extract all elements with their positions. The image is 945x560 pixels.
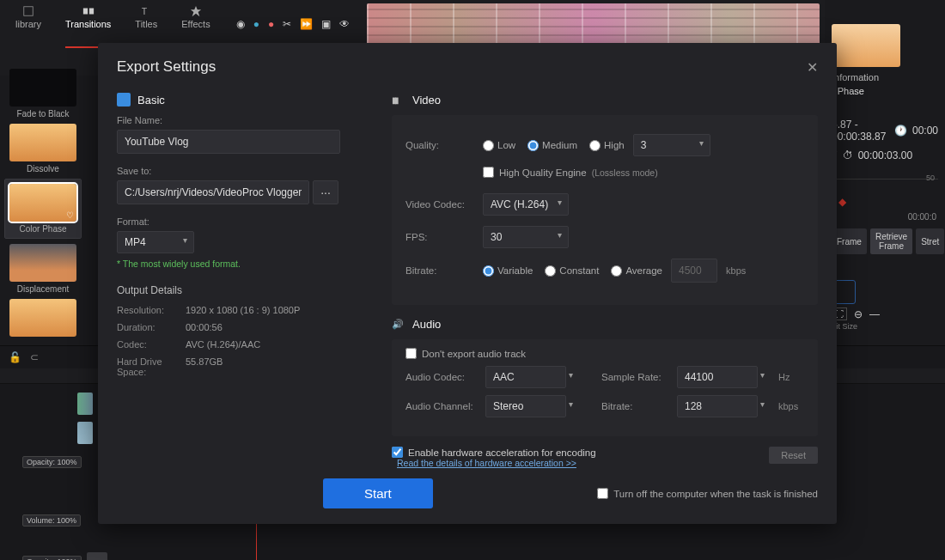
magnet-icon[interactable]: ⊂ — [30, 351, 39, 363]
basic-icon — [117, 93, 131, 107]
transition-item[interactable] — [9, 299, 77, 337]
format-label: Format: — [117, 216, 366, 227]
bitrate-constant[interactable]: Constant — [545, 265, 599, 277]
video-icon — [392, 93, 405, 107]
reset-button[interactable]: Reset — [769, 447, 818, 464]
hd-v: 55.87GB — [186, 356, 223, 377]
abitrate-label: Bitrate: — [601, 401, 670, 411]
transition-color-phase[interactable]: ♡Color Phase — [4, 179, 82, 239]
output-details-heading: Output Details — [117, 284, 366, 296]
samplerate-label: Sample Rate: — [601, 372, 670, 382]
start-button[interactable]: Start — [323, 478, 433, 508]
svg-marker-4 — [191, 6, 201, 16]
dur-v: 00:00:56 — [186, 322, 223, 332]
opacity-badge-2[interactable]: Opacity: 100% — [22, 556, 82, 560]
quality-label: Quality: — [405, 140, 474, 150]
marker3-icon[interactable]: ● — [268, 18, 274, 30]
kbps-unit-2: kbps — [778, 401, 804, 411]
browse-button[interactable]: ··· — [313, 180, 338, 204]
clock-icon: 🕐 — [894, 125, 907, 137]
svg-rect-0 — [24, 7, 34, 16]
audio-heading: Audio — [412, 318, 441, 331]
slider-icon[interactable]: — — [869, 308, 880, 320]
quality-medium[interactable]: Medium — [527, 140, 577, 151]
close-icon[interactable]: ✕ — [807, 59, 818, 76]
hw-accel-checkbox[interactable] — [392, 447, 403, 458]
tab-transitions[interactable]: Transitions — [65, 5, 111, 48]
hqe-checkbox[interactable] — [483, 167, 494, 178]
crop-icon[interactable]: ▣ — [321, 18, 331, 30]
vcodec-label: Video Codec: — [405, 199, 474, 210]
tab-effects-label: Effects — [181, 19, 210, 29]
keyframe-diamond-icon[interactable]: ◆ — [838, 196, 846, 208]
hqe-label: High Quality Engine — [499, 167, 587, 178]
turnoff-checkbox[interactable] — [597, 488, 608, 499]
heart-icon: ♡ — [66, 210, 74, 220]
volume-badge[interactable]: Volume: 100% — [22, 514, 81, 527]
video-clip-2[interactable] — [77, 422, 93, 444]
tab-effects[interactable]: Effects — [181, 5, 210, 48]
cut-icon[interactable]: ✂ — [283, 18, 291, 30]
info-heading: Information — [832, 72, 938, 82]
thumb-label: Fade to Black — [16, 109, 69, 119]
eye-icon[interactable]: 👁 — [339, 18, 350, 30]
bitrate-average[interactable]: Average — [611, 265, 662, 277]
res-v: 1920 x 1080 (16 : 9) 1080P — [186, 305, 300, 315]
lock-icon[interactable]: 🔓 — [9, 351, 21, 363]
acodec-select[interactable]: AAC — [485, 366, 566, 388]
thumb-label: Displacement — [17, 284, 70, 294]
timeline-preview[interactable] — [367, 3, 820, 45]
samplerate-select[interactable]: 44100 — [677, 366, 758, 388]
hw-link[interactable]: Read the details of hardware acceleratio… — [397, 458, 596, 468]
marker2-icon[interactable]: ● — [253, 18, 259, 30]
minus-icon[interactable]: ⊖ — [854, 308, 863, 320]
video-clip[interactable] — [77, 393, 93, 415]
tab-library[interactable]: library — [15, 5, 41, 48]
video-heading: Video — [412, 94, 441, 107]
abitrate-select[interactable]: 128 — [677, 395, 758, 417]
fps-label: FPS: — [405, 232, 474, 242]
tab-library-label: library — [15, 19, 41, 29]
retrieve-frame-button[interactable]: Retrieve Frame — [870, 228, 912, 254]
stretch-button[interactable]: Stret — [916, 228, 944, 254]
tab-titles[interactable]: TTitles — [135, 5, 157, 48]
hqe-note: (Lossless mode) — [592, 167, 658, 178]
tab-titles-label: Titles — [135, 19, 157, 29]
format-select[interactable]: MP4 — [117, 231, 194, 253]
turnoff-option[interactable]: Turn off the computer when the task is f… — [597, 488, 818, 499]
no-audio-checkbox[interactable] — [405, 348, 417, 359]
res-k: Resolution: — [117, 305, 186, 315]
quality-num-select[interactable]: 3 — [633, 134, 710, 156]
kbps-unit: kbps — [726, 265, 746, 276]
achannel-select[interactable]: Stereo — [485, 395, 566, 417]
audio-clip[interactable] — [87, 552, 107, 560]
hd-k: Hard Drive Space: — [117, 356, 186, 377]
transition-displacement[interactable]: Displacement — [9, 244, 77, 294]
no-audio-label: Don't export audio track — [422, 349, 526, 359]
scale-50: 50 — [926, 173, 935, 182]
bitrate-variable[interactable]: Variable — [483, 265, 533, 277]
vcodec-select[interactable]: AVC (H.264) — [483, 193, 569, 216]
acodec-label: Audio Codec: — [405, 372, 479, 382]
zero-time: 00:00:0 — [908, 212, 936, 222]
marker-icon[interactable]: ◉ — [236, 18, 245, 30]
codec-k: Codec: — [117, 339, 186, 350]
speed-icon[interactable]: ⏩ — [300, 18, 313, 30]
transition-fade-to-black[interactable]: Fade to Black — [9, 69, 77, 119]
filename-input[interactable] — [117, 130, 340, 154]
format-hint: * The most widely used format. — [117, 259, 366, 269]
codec-v: AVC (H.264)/AAC — [186, 339, 260, 350]
thumb-label: Dissolve — [27, 164, 59, 173]
modal-title: Export Settings — [117, 58, 216, 76]
dur-k: Duration: — [117, 322, 186, 332]
transition-dissolve[interactable]: Dissolve — [9, 124, 77, 173]
achannel-label: Audio Channel: — [405, 401, 479, 411]
hz-unit: Hz — [778, 372, 804, 382]
bitrate-value-input — [671, 259, 717, 283]
savepath-input[interactable] — [117, 180, 309, 204]
quality-low[interactable]: Low — [483, 140, 515, 151]
opacity-badge[interactable]: Opacity: 100% — [22, 456, 82, 468]
frame-button[interactable]: Frame — [832, 228, 867, 254]
quality-high[interactable]: High — [589, 140, 625, 151]
fps-select[interactable]: 30 — [483, 226, 569, 248]
